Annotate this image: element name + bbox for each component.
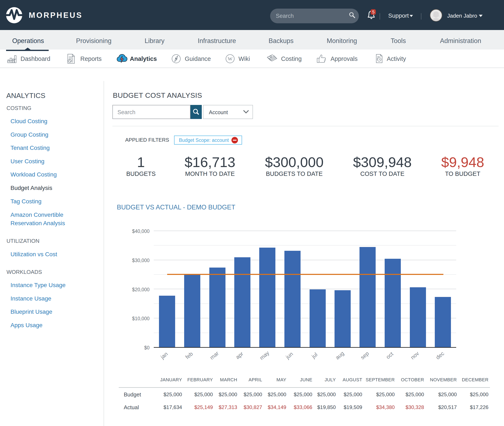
svg-text:W: W [228, 56, 233, 62]
